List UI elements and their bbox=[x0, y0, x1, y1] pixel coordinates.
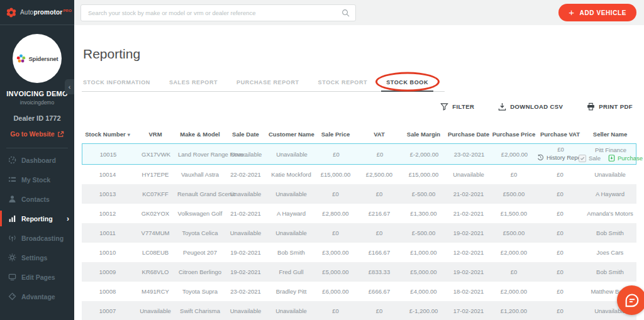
column-header-purchase-price[interactable]: Purchase Price bbox=[491, 125, 536, 143]
sidebar-collapse-button[interactable]: ‹ bbox=[65, 79, 74, 94]
tab-stock-report[interactable]: STOCK REPORT bbox=[318, 79, 368, 86]
brand-pro-badge: PRO bbox=[63, 9, 72, 13]
column-header-sale-date[interactable]: Sale Date bbox=[223, 125, 269, 143]
tab-stock-book[interactable]: STOCK BOOK bbox=[386, 79, 428, 86]
chat-button[interactable] bbox=[617, 285, 644, 315]
column-header-purchase-date[interactable]: Purchase Date bbox=[446, 125, 491, 143]
cell-sale-date: 19-02-2021 bbox=[223, 268, 269, 275]
table-row-10010[interactable]: 10010LC08EUBPeugeot 20719-02-2021Bob Smi… bbox=[82, 243, 636, 262]
cell-purchase-vat: £0History Report bbox=[537, 146, 584, 162]
cell-purchase-vat: £0 bbox=[536, 229, 584, 236]
sidebar-item-edit-pages[interactable]: Edit Pages bbox=[0, 267, 74, 287]
cell-stock-number: 10011 bbox=[82, 229, 133, 236]
cell-stock-number: 10009 bbox=[82, 268, 133, 275]
filter-icon bbox=[440, 102, 448, 111]
cell-sale-date: Unavailable bbox=[223, 307, 269, 314]
tab-sales-report[interactable]: SALES REPORT bbox=[169, 79, 218, 86]
go-to-website-link[interactable]: Go to Website bbox=[10, 130, 64, 138]
sidebar-item-dashboard[interactable]: Dashboard bbox=[0, 150, 74, 170]
sidebar-item-my-stock[interactable]: My Stock bbox=[0, 170, 74, 189]
tab-purchase-report[interactable]: PURCHASE REPORT bbox=[236, 79, 299, 86]
settings-icon bbox=[8, 253, 16, 262]
cell-vrm: HY17EPE bbox=[133, 171, 177, 178]
cell-vrm: LC08EUB bbox=[133, 249, 177, 256]
column-header-seller-name[interactable]: Seller Name bbox=[584, 125, 636, 143]
dealer-profile: Spidersnet ‹ INVOICING DEMO invoicingdem… bbox=[0, 25, 74, 139]
cell-purchase-price: £1,200.00 bbox=[491, 307, 536, 314]
cell-purchase-date: 19-02-2021 bbox=[446, 268, 491, 275]
filter-button[interactable]: FILTER bbox=[436, 102, 478, 111]
cell-seller-name: Pitt FinanceSalePurchase bbox=[584, 146, 637, 162]
printer-icon bbox=[587, 102, 595, 111]
add-vehicle-button[interactable]: + ADD VEHICLE bbox=[558, 4, 636, 21]
cell-sale-margin: £1,300.00 bbox=[401, 210, 446, 217]
column-header-sale-price[interactable]: Sale Price bbox=[314, 125, 357, 143]
column-header-customer-name[interactable]: Customer Name bbox=[269, 125, 314, 143]
table-row-10008[interactable]: 10008M491RCYToyota Supra23-02-2021Bradle… bbox=[82, 282, 636, 301]
cell-make-model: Vauxhall Astra bbox=[177, 171, 223, 178]
download-csv-button[interactable]: DOWNLOAD CSV bbox=[494, 102, 567, 111]
cell-sale-price: £15,000.00 bbox=[314, 171, 357, 178]
contacts-icon bbox=[8, 195, 16, 203]
column-header-vat[interactable]: VAT bbox=[357, 125, 401, 143]
cell-purchase-price: £2,000.00 bbox=[491, 249, 536, 256]
cell-make-model: Renault Grand Scenic bbox=[177, 190, 223, 197]
sidebar-item-advantage[interactable]: Advantage bbox=[0, 287, 74, 306]
column-header-purchase-vat[interactable]: Purchase VAT bbox=[536, 125, 584, 143]
dealer-name: INVOICING DEMO bbox=[0, 90, 74, 97]
check-icon bbox=[580, 156, 585, 161]
cell-purchase-date: Unavailable bbox=[446, 171, 491, 178]
sidebar-divider bbox=[6, 148, 68, 148]
sale-checkbox[interactable] bbox=[579, 155, 586, 162]
plus-icon: + bbox=[569, 8, 574, 17]
cell-sale-price: £0 bbox=[314, 307, 357, 314]
cell-sale-date: 19-02-2021 bbox=[223, 249, 269, 256]
table-header-row: Stock Number▾VRMMake & ModelSale DateCus… bbox=[82, 125, 636, 143]
stock-search-input[interactable] bbox=[87, 9, 341, 17]
cell-vrm: GK02YOX bbox=[133, 210, 177, 217]
brand-auto: Auto bbox=[20, 9, 33, 16]
table-row-10011[interactable]: 10011V774MUMToyota CelicaUnavailableUnav… bbox=[82, 223, 636, 243]
table-row-10009[interactable]: 10009KR68VLOCitroen Berlingo19-02-2021Fr… bbox=[82, 262, 636, 282]
column-header-vrm[interactable]: VRM bbox=[133, 125, 177, 143]
report-tabs: STOCK INFORMATIONSALES REPORTPURCHASE RE… bbox=[82, 79, 445, 92]
tab-stock-information[interactable]: STOCK INFORMATION bbox=[83, 79, 150, 86]
history-report-link[interactable]: History Report bbox=[537, 154, 585, 161]
external-link-icon bbox=[57, 131, 64, 138]
search-icon[interactable] bbox=[341, 9, 350, 17]
sale-action: Sale bbox=[579, 155, 601, 162]
column-header-sale-margin[interactable]: Sale Margin bbox=[401, 125, 446, 143]
cell-purchase-date: 19-02-2021 bbox=[446, 229, 491, 236]
history-icon bbox=[537, 154, 544, 161]
download-icon bbox=[498, 102, 506, 111]
main-area: + ADD VEHICLE Reporting STOCK INFORMATIO… bbox=[74, 0, 644, 320]
cell-vrm: KR68VLO bbox=[133, 268, 177, 275]
column-header-make-model[interactable]: Make & Model bbox=[177, 125, 223, 143]
purchase-link[interactable]: Purchase bbox=[608, 155, 643, 162]
table-row-10015[interactable]: 10015GX17VWKLand Rover Range Rove...Unav… bbox=[82, 143, 636, 165]
cell-sale-margin: £15,000.00 bbox=[401, 171, 446, 178]
column-header-stock-number[interactable]: Stock Number▾ bbox=[82, 125, 133, 143]
table-row-10007[interactable]: 10007UnavailableSwift CharismaUnavailabl… bbox=[82, 301, 636, 320]
cell-stock-number: 10015 bbox=[82, 151, 134, 158]
cell-stock-number: 10012 bbox=[82, 210, 133, 217]
cell-seller-name: Bob Smith bbox=[584, 268, 636, 275]
cell-purchase-vat: £0 bbox=[536, 307, 584, 314]
print-pdf-button[interactable]: PRINT PDF bbox=[583, 102, 636, 111]
cell-sale-price: £0 bbox=[314, 190, 357, 197]
table-row-10013[interactable]: 10013KC07KFFRenault Grand ScenicUnavaila… bbox=[82, 184, 636, 204]
table-row-10014[interactable]: 10014HY17EPEVauxhall Astra22-02-2021Kati… bbox=[82, 165, 636, 184]
cell-purchase-date: 23-02-2021 bbox=[447, 151, 492, 158]
page-title: Reporting bbox=[83, 47, 636, 62]
cell-sale-price: £0 bbox=[314, 229, 357, 236]
cell-customer-name: A Hayward bbox=[269, 210, 314, 217]
cell-purchase-date: 21-02-2021 bbox=[446, 190, 491, 197]
table-row-10012[interactable]: 10012GK02YOXVolkswagen Golf21-02-2021A H… bbox=[82, 204, 636, 223]
sidebar-item-broadcasting[interactable]: Broadcasting bbox=[0, 228, 74, 248]
cell-customer-name: Katie Mockford bbox=[269, 171, 314, 178]
sidebar-item-contacts[interactable]: Contacts bbox=[0, 189, 74, 209]
cell-seller-name: A Hayward bbox=[584, 190, 636, 197]
app-logo[interactable]: AutopromotorPRO bbox=[0, 0, 74, 25]
sidebar-item-settings[interactable]: Settings bbox=[0, 248, 74, 267]
sidebar-item-reporting[interactable]: Reporting› bbox=[0, 209, 74, 228]
